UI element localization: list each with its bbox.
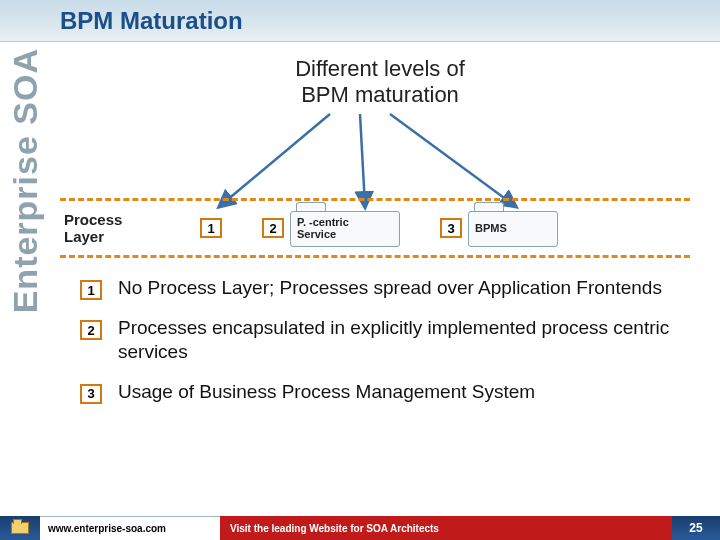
folder-bpms: BPMS <box>468 209 558 247</box>
svg-line-2 <box>390 114 515 206</box>
desc-2: 2 Processes encapsulated in explicitly i… <box>80 316 690 364</box>
header-bar: BPM Maturation <box>0 0 720 42</box>
slide-title: BPM Maturation <box>60 7 243 35</box>
desc-2-text: Processes encapsulated in explicitly imp… <box>118 316 690 364</box>
desc-1: 1 No Process Layer; Processes spread ove… <box>80 276 690 300</box>
level-2-num: 2 <box>262 218 284 238</box>
desc-1-text: No Process Layer; Processes spread over … <box>118 276 662 300</box>
subtitle-line2: BPM maturation <box>301 82 459 107</box>
side-brand-text: Enterprise SOA <box>6 48 45 313</box>
footer-icon <box>0 516 40 540</box>
folder-p-centric: P. -centric Service <box>290 209 400 247</box>
level-3-num: 3 <box>440 218 462 238</box>
folder-bpms-label: BPMS <box>468 211 558 247</box>
desc-1-num: 1 <box>80 280 102 300</box>
process-layer-label: Process Layer <box>60 211 180 246</box>
svg-line-0 <box>220 114 330 206</box>
footer-page: 25 <box>672 516 720 540</box>
process-layer-band: Process Layer 1 2 P. -centric Service 3 … <box>60 198 690 258</box>
subtitle: Different levels of BPM maturation <box>60 56 700 109</box>
folder-p-centric-label: P. -centric Service <box>290 211 400 247</box>
side-brand: Enterprise SOA <box>2 48 48 468</box>
desc-3-num: 3 <box>80 384 102 404</box>
desc-3-text: Usage of Business Process Management Sys… <box>118 380 535 404</box>
level-1: 1 <box>200 218 222 238</box>
level-2: 2 P. -centric Service <box>262 209 400 247</box>
level-boxes: 1 2 P. -centric Service 3 BPMS <box>180 209 690 247</box>
desc-3: 3 Usage of Business Process Management S… <box>80 380 690 404</box>
svg-line-1 <box>360 114 365 206</box>
subtitle-line1: Different levels of <box>295 56 465 81</box>
level-3: 3 BPMS <box>440 209 558 247</box>
footer: www.enterprise-soa.com Visit the leading… <box>0 516 720 540</box>
content-area: Different levels of BPM maturation Proce… <box>60 48 700 500</box>
level-1-num: 1 <box>200 218 222 238</box>
desc-2-num: 2 <box>80 320 102 340</box>
footer-cta: Visit the leading Website for SOA Archit… <box>220 516 672 540</box>
folder-icon <box>11 522 29 534</box>
descriptions: 1 No Process Layer; Processes spread ove… <box>80 276 690 420</box>
footer-url: www.enterprise-soa.com <box>40 516 220 540</box>
